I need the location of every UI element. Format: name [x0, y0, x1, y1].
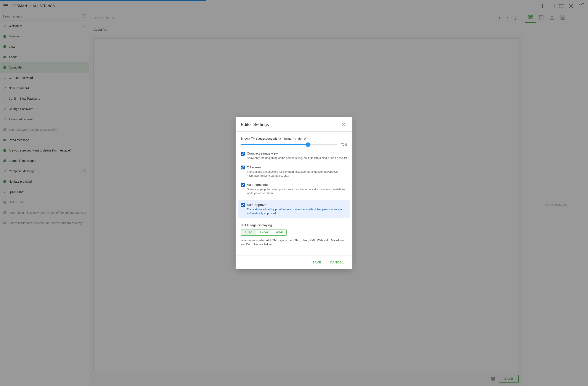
- auto-complete-checkbox[interactable]: [241, 183, 245, 187]
- modal-overlay[interactable]: Editor Settings Shown TM suggestions wit…: [0, 0, 588, 386]
- html-btn-show[interactable]: SHOW: [256, 230, 272, 236]
- auto-approve-title: Auto-approve: [247, 203, 347, 207]
- modal-cancel-button[interactable]: CANCEL: [326, 259, 347, 266]
- html-tags-desc: When Auto is selected, HTML tags in the …: [241, 238, 347, 247]
- auto-approve-row: Auto-approve Translations added by proof…: [241, 203, 347, 215]
- html-btn-hide[interactable]: HIDE: [272, 230, 287, 236]
- modal-save-button[interactable]: SAVE: [309, 259, 325, 266]
- tm-label: Shown TM suggestions with a minimum matc…: [241, 137, 347, 140]
- auto-complete-title: Auto-complete: [247, 183, 347, 187]
- compact-strings-section: Compact strings view Show only the begin…: [241, 152, 347, 160]
- tm-slider-section: Shown TM suggestions with a minimum matc…: [241, 137, 347, 146]
- modal-body: Shown TM suggestions with a minimum matc…: [236, 132, 352, 255]
- compact-strings-content: Compact strings view Show only the begin…: [247, 152, 347, 160]
- qa-issues-title: QA issues: [247, 165, 347, 169]
- html-btn-group: AUTO SHOW HIDE: [241, 230, 347, 236]
- qa-issues-checkbox[interactable]: [241, 166, 245, 170]
- tm-value: 70%: [339, 143, 347, 146]
- modal-title: Editor Settings: [241, 122, 340, 127]
- modal-close-button[interactable]: [340, 121, 347, 128]
- qa-issues-content: QA issues Translations are checked for c…: [247, 165, 347, 178]
- compact-strings-row: Compact strings view Show only the begin…: [241, 152, 347, 160]
- html-tags-section: HTML tags displaying AUTO SHOW HIDE When…: [241, 223, 347, 247]
- qa-issues-section: QA issues Translations are checked for c…: [241, 165, 347, 178]
- modal-header: Editor Settings: [236, 117, 352, 132]
- html-btn-auto[interactable]: AUTO: [241, 230, 256, 236]
- modal-footer: SAVE CANCEL: [236, 255, 352, 269]
- auto-approve-desc: Translations added by proofreaders or me…: [247, 208, 347, 215]
- editor-settings-modal: Editor Settings Shown TM suggestions wit…: [236, 117, 352, 269]
- html-tags-title: HTML tags displaying: [241, 223, 347, 227]
- auto-approve-checkbox[interactable]: [241, 203, 245, 207]
- compact-strings-desc: Show only the beginning of the source st…: [247, 156, 347, 160]
- auto-complete-section: Auto-complete Show a pop-up that attempt…: [241, 183, 347, 195]
- auto-complete-content: Auto-complete Show a pop-up that attempt…: [247, 183, 347, 195]
- auto-complete-desc: Show a pop-up that attempts to predict a…: [247, 187, 347, 195]
- qa-issues-row: QA issues Translations are checked for c…: [241, 165, 347, 178]
- auto-complete-row: Auto-complete Show a pop-up that attempt…: [241, 183, 347, 195]
- auto-approve-content: Auto-approve Translations added by proof…: [247, 203, 347, 215]
- compact-strings-checkbox[interactable]: [241, 152, 245, 156]
- slider-track[interactable]: [241, 144, 337, 145]
- compact-strings-title: Compact strings view: [247, 152, 347, 155]
- html-tags-desc-italic: Auto: [249, 239, 255, 242]
- qa-issues-desc: Translations are checked for common mist…: [247, 170, 347, 178]
- tm-abbr: TM: [251, 137, 255, 140]
- slider-row: 70%: [241, 143, 347, 146]
- auto-approve-section: Auto-approve Translations added by proof…: [238, 200, 350, 218]
